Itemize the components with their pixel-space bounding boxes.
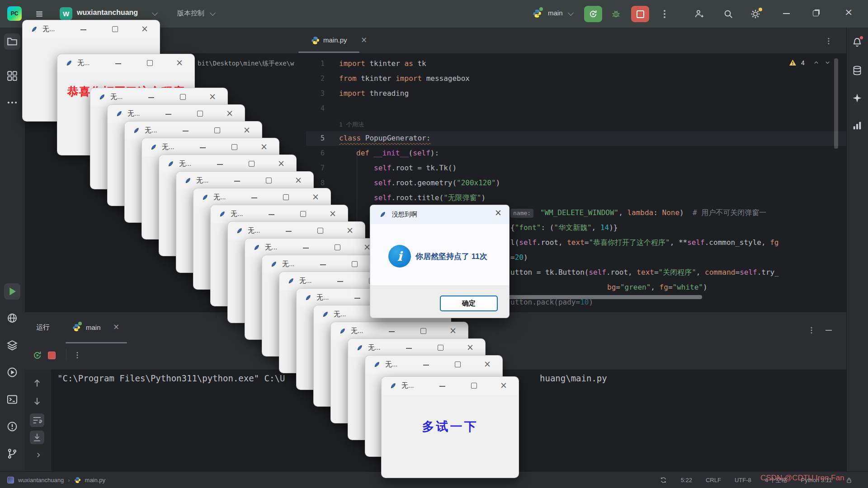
popup-title: 无... <box>316 293 329 302</box>
dialog-ok-button[interactable]: 确定 <box>440 296 498 311</box>
popup-maximize-button[interactable] <box>283 194 289 200</box>
popup-title-bar[interactable]: 无...× <box>142 138 279 156</box>
feather-icon <box>339 327 346 336</box>
popup-maximize-button[interactable] <box>180 94 186 100</box>
popup-minimize-button[interactable] <box>337 281 343 282</box>
popup-minimize-button[interactable] <box>80 29 86 30</box>
dialog-title-bar[interactable]: 没想到啊 × <box>370 205 509 224</box>
popup-minimize-button[interactable] <box>115 63 121 64</box>
popup-close-button[interactable]: × <box>312 192 319 202</box>
editor-horizontal-scrollbar[interactable] <box>501 295 702 299</box>
feather-icon <box>167 160 174 169</box>
popup-title-bar[interactable]: 无...× <box>245 239 382 257</box>
popup-title: 无... <box>248 226 260 235</box>
popup-maximize-button[interactable] <box>352 261 358 267</box>
popup-title-bar[interactable]: 无...× <box>193 188 330 206</box>
popup-maximize-button[interactable] <box>266 178 272 183</box>
popup-title-bar[interactable]: 无...× <box>365 356 502 374</box>
feather-icon <box>133 126 140 135</box>
popup-close-button[interactable]: × <box>176 57 183 67</box>
popup-title-bar[interactable]: 无...× <box>228 222 365 240</box>
popup-title: 无... <box>265 243 278 252</box>
popup-maximize-button[interactable] <box>420 328 426 334</box>
popup-title-bar[interactable]: 无...× <box>211 205 348 223</box>
popup-maximize-button[interactable] <box>231 144 237 150</box>
popup-close-button[interactable]: × <box>484 359 491 369</box>
feather-icon <box>150 143 157 152</box>
popup-title-bar[interactable]: 无...× <box>331 322 468 340</box>
popup-close-button[interactable]: × <box>295 175 302 185</box>
popup-minimize-button[interactable] <box>406 348 412 349</box>
popup-close-button[interactable]: × <box>449 325 457 335</box>
popup-close-button[interactable]: × <box>209 91 216 101</box>
popup-close-button[interactable]: × <box>226 108 233 118</box>
popup-title-bar[interactable]: 无...× <box>108 105 245 123</box>
popup-minimize-button[interactable] <box>286 231 292 232</box>
popup-title: 无... <box>385 360 398 369</box>
popup-minimize-button[interactable] <box>251 197 257 198</box>
popup-minimize-button[interactable] <box>354 298 360 299</box>
popup-title: 无... <box>368 343 381 352</box>
popup-maximize-button[interactable] <box>300 211 306 217</box>
popup-minimize-button[interactable] <box>234 181 240 182</box>
popup-close-button[interactable]: × <box>243 125 250 135</box>
popup-try-again-message: 多试一下 <box>382 418 519 435</box>
popup-title-bar[interactable]: 无...× <box>159 155 296 173</box>
popup-maximize-button[interactable] <box>147 60 153 66</box>
popup-maximize-button[interactable] <box>214 127 220 133</box>
popup-minimize-button[interactable] <box>165 114 171 115</box>
popup-title: 无... <box>145 126 157 135</box>
popup-title-bar[interactable]: 无...× <box>57 54 194 72</box>
popup-maximize-button[interactable] <box>197 111 203 117</box>
popup-minimize-button[interactable] <box>423 365 429 366</box>
feather-icon <box>99 93 105 102</box>
popup-maximize-button[interactable] <box>471 383 477 389</box>
message-dialog[interactable]: 没想到啊 × i 你居然坚持点了 11次 确定 <box>370 205 509 318</box>
csdn-watermark: CSDN @CDTU Iron Fan <box>760 474 844 483</box>
popup-close-button[interactable]: × <box>141 23 148 33</box>
popup-title: 无... <box>299 277 312 285</box>
popup-title: 无... <box>127 109 140 118</box>
popup-close-button[interactable]: × <box>278 158 285 168</box>
feather-icon <box>202 193 208 202</box>
popup-title-bar[interactable]: 无...× <box>90 88 227 106</box>
feather-icon <box>270 260 277 269</box>
feather-icon <box>66 59 72 68</box>
info-icon: i <box>388 245 411 267</box>
popup-title-bar[interactable]: 无...× <box>176 172 313 190</box>
popup-close-button[interactable]: × <box>500 380 507 390</box>
popup-title: 无... <box>401 381 414 390</box>
popup-close-button[interactable]: × <box>260 141 268 151</box>
popup-minimize-button[interactable] <box>200 147 206 148</box>
popup-close-button[interactable]: × <box>467 342 474 352</box>
popup-minimize-button[interactable] <box>303 248 309 249</box>
popup-minimize-button[interactable] <box>439 386 445 387</box>
popup-window[interactable]: 无...×多试一下 <box>381 376 519 478</box>
popup-title-bar[interactable]: 无...× <box>125 122 262 140</box>
popup-minimize-button[interactable] <box>389 331 395 332</box>
popup-maximize-button[interactable] <box>455 361 461 367</box>
feather-icon <box>373 360 380 369</box>
popup-maximize-button[interactable] <box>112 26 118 32</box>
feather-icon <box>116 109 123 118</box>
popup-close-button[interactable]: × <box>329 208 336 218</box>
popup-title: 无... <box>77 59 90 67</box>
popup-maximize-button[interactable] <box>438 345 443 351</box>
popup-title-bar[interactable]: 无...× <box>382 377 519 395</box>
popup-title: 无... <box>162 143 175 151</box>
feather-icon <box>379 210 386 219</box>
popup-minimize-button[interactable] <box>217 164 223 165</box>
popup-minimize-button[interactable] <box>320 264 326 265</box>
popup-title: 无... <box>334 310 346 319</box>
popup-maximize-button[interactable] <box>317 228 323 234</box>
popup-maximize-button[interactable] <box>249 161 255 167</box>
dialog-close-button[interactable]: × <box>495 209 502 216</box>
popup-title-bar[interactable]: 无...× <box>23 20 160 38</box>
popup-close-button[interactable]: × <box>346 225 354 235</box>
popup-minimize-button[interactable] <box>148 97 154 98</box>
popup-minimize-button[interactable] <box>269 214 274 215</box>
popup-minimize-button[interactable] <box>183 131 189 131</box>
popup-maximize-button[interactable] <box>335 244 340 250</box>
popup-title-bar[interactable]: 无...× <box>348 339 485 357</box>
popup-title: 无... <box>231 210 243 218</box>
